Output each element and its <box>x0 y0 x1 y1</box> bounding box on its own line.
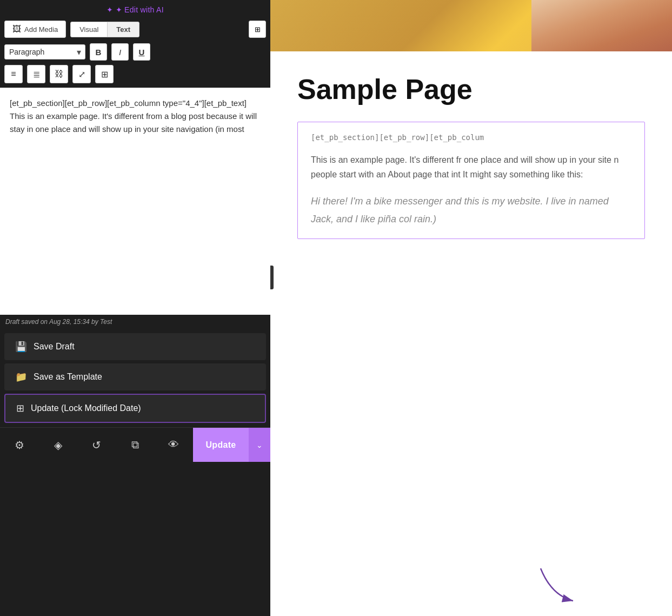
history-button[interactable]: ↺ <box>77 428 116 462</box>
bold-button[interactable]: B <box>90 43 107 61</box>
italic-button[interactable]: I <box>111 43 129 61</box>
update-main-button[interactable]: Update <box>193 428 249 462</box>
save-draft-button[interactable]: 💾 Save Draft <box>4 333 266 360</box>
layout-button[interactable]: ⧉ <box>116 428 154 462</box>
ordered-list-icon: ≣ <box>33 69 40 80</box>
kitchen-sink-button[interactable]: ⊞ <box>249 21 266 38</box>
tab-text[interactable]: Text <box>108 22 139 37</box>
preview-button[interactable]: 👁 <box>155 428 193 462</box>
link-icon: ⛓ <box>55 69 63 79</box>
underline-button[interactable]: U <box>133 43 150 61</box>
content-code: [et_pb_section][et_pb_row][et_pb_colum <box>311 133 631 142</box>
tab-visual[interactable]: Visual <box>71 22 108 37</box>
history-icon: ↺ <box>92 439 101 452</box>
format-select[interactable]: Paragraph Heading 1 Heading 2 Heading 3 <box>4 44 85 59</box>
sparkle-icon: ✦ <box>107 5 113 14</box>
content-body-text: This is an example page. It's different … <box>311 153 631 182</box>
editor-content[interactable]: [et_pb_section][et_pb_row][et_pb_column … <box>10 97 261 136</box>
layers-button[interactable]: ◈ <box>38 428 77 462</box>
sidebar: ✦ ✦ Edit with AI 🖼 Add Media Visual Text… <box>0 0 270 616</box>
settings-icon: ⚙ <box>15 439 24 452</box>
page-preview: Sample Page [et_pb_section][et_pb_row][e… <box>270 51 672 255</box>
update-lock-button[interactable]: ⊞ Update (Lock Modified Date) <box>4 394 266 423</box>
collapse-toggle[interactable]: ‹ <box>270 266 274 289</box>
preview-icon: 👁 <box>168 439 179 451</box>
format-select-wrapper: Paragraph Heading 1 Heading 2 Heading 3 <box>4 44 85 59</box>
table-icon: ⊞ <box>101 69 108 80</box>
toolbar-row3: ≡ ≣ ⛓ ⤢ ⊞ <box>0 63 270 85</box>
bold-label: B <box>96 48 102 57</box>
italic-label: I <box>119 48 121 57</box>
layers-icon: ◈ <box>54 439 62 452</box>
add-media-label: Add Media <box>24 25 58 34</box>
content-quote: Hi there! I'm a bike messenger and this … <box>311 193 631 228</box>
edit-with-ai-label: ✦ Edit with AI <box>116 5 164 14</box>
editor-tab-group: Visual Text <box>70 22 139 37</box>
save-template-label: Save as Template <box>34 372 102 382</box>
media-icon: 🖼 <box>12 24 21 34</box>
ordered-list-button[interactable]: ≣ <box>27 65 45 83</box>
editor-area[interactable]: [et_pb_section][et_pb_row][et_pb_column … <box>0 88 270 315</box>
draft-status-text: Draft saved on Aug 28, 15:34 by Test <box>5 318 112 326</box>
chevron-down-icon: ⌄ <box>256 441 263 449</box>
underline-label: U <box>139 48 145 57</box>
edit-with-ai-header[interactable]: ✦ ✦ Edit with AI <box>0 0 270 17</box>
save-draft-label: Save Draft <box>34 342 75 352</box>
save-template-button[interactable]: 📁 Save as Template <box>4 363 266 390</box>
settings-button[interactable]: ⚙ <box>0 428 38 462</box>
draft-status: Draft saved on Aug 28, 15:34 by Test <box>0 315 270 329</box>
add-media-button[interactable]: 🖼 Add Media <box>4 21 66 38</box>
update-label: Update <box>206 440 236 449</box>
unordered-list-icon: ≡ <box>11 69 16 79</box>
save-template-icon: 📁 <box>15 371 27 383</box>
link-button[interactable]: ⛓ <box>50 65 68 83</box>
arrow-indicator <box>535 563 589 606</box>
bottom-toolbar: ⚙ ◈ ↺ ⧉ 👁 Update ⌄ <box>0 427 270 462</box>
content-area: ‹ Sample Page [et_pb_section][et_pb_row]… <box>270 0 672 616</box>
update-lock-icon: ⊞ <box>16 402 24 414</box>
update-lock-label: Update (Lock Modified Date) <box>31 403 141 413</box>
layout-icon: ⧉ <box>131 439 139 451</box>
expand-icon: ⤢ <box>78 69 85 80</box>
toolbar-row1: 🖼 Add Media Visual Text ⊞ <box>0 17 270 41</box>
kitchen-sink-icon: ⊞ <box>255 25 261 34</box>
expand-button[interactable]: ⤢ <box>72 65 91 83</box>
update-chevron-button[interactable]: ⌄ <box>249 428 270 462</box>
action-buttons: 💾 Save Draft 📁 Save as Template ⊞ Update… <box>0 329 270 427</box>
unordered-list-button[interactable]: ≡ <box>4 65 23 83</box>
table-button[interactable]: ⊞ <box>95 65 114 83</box>
content-box: [et_pb_section][et_pb_row][et_pb_colum T… <box>297 122 645 239</box>
update-button-group: Update ⌄ <box>193 428 270 462</box>
toolbar-row2: Paragraph Heading 1 Heading 2 Heading 3 … <box>0 41 270 63</box>
page-title: Sample Page <box>297 73 645 105</box>
preview-top-image <box>270 0 672 51</box>
save-draft-icon: 💾 <box>15 341 27 353</box>
